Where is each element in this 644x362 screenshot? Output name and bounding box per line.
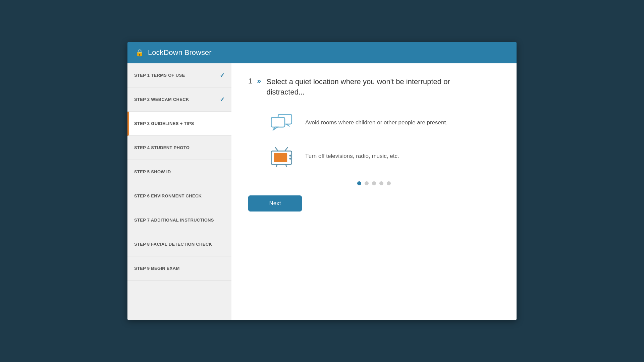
sidebar-item-label: STEP 3 GUIDELINES + TIPS [134,121,194,126]
tips-container: Avoid rooms where children or other peop… [268,111,500,168]
svg-marker-3 [273,127,277,130]
step-number: 1 [248,77,252,85]
checkmark-step1: ✓ [220,72,225,79]
svg-rect-2 [271,117,285,127]
tip-text-2: Turn off televisions, radio, music, etc. [305,153,399,160]
step-title: Select a quiet location where you won't … [267,77,485,98]
lockdown-icon: 🔒 [136,49,144,57]
svg-line-9 [285,147,288,151]
main-content: 1 » Select a quiet location where you wo… [231,63,517,320]
sidebar-item-step7[interactable]: STEP 7 ADDITIONAL INSTRUCTIONS [127,208,231,232]
sidebar-item-label: STEP 8 FACIAL DETECTION CHECK [134,242,212,247]
tip-text-1: Avoid rooms where children or other peop… [305,119,447,126]
sidebar-item-label: STEP 6 ENVIRONMENT CHECK [134,193,202,198]
app-title: LockDown Browser [148,48,212,57]
title-bar: 🔒 LockDown Browser [127,42,517,63]
tip-item-1: Avoid rooms where children or other peop… [268,111,500,134]
tip-item-2: Turn off televisions, radio, music, etc. [268,144,500,168]
step-header: 1 » Select a quiet location where you wo… [248,77,500,98]
sidebar-item-label: STEP 4 STUDENT PHOTO [134,145,190,150]
step-arrow-icon: » [257,77,261,85]
sidebar-item-step8[interactable]: STEP 8 FACIAL DETECTION CHECK [127,232,231,256]
svg-point-11 [289,158,291,159]
pagination-dots [248,181,500,185]
sidebar-item-step4[interactable]: STEP 4 STUDENT PHOTO [127,136,231,160]
app-body: STEP 1 TERMS OF USE ✓ STEP 2 WEBCAM CHEC… [127,63,517,320]
sidebar-item-step6[interactable]: STEP 6 ENVIRONMENT CHECK [127,184,231,208]
svg-point-10 [289,155,291,156]
checkmark-step2: ✓ [220,96,225,103]
svg-rect-5 [274,153,287,162]
sidebar-item-step1[interactable]: STEP 1 TERMS OF USE ✓ [127,63,231,87]
svg-marker-1 [285,124,290,127]
sidebar-item-step5[interactable]: STEP 5 SHOW ID [127,160,231,184]
dot-3[interactable] [372,181,376,185]
sidebar-item-label: STEP 7 ADDITIONAL INSTRUCTIONS [134,218,214,223]
sidebar-item-label: STEP 1 TERMS OF USE [134,73,185,78]
svg-line-8 [275,147,278,151]
sidebar-item-label: STEP 9 BEGIN EXAM [134,266,180,271]
chat-bubbles-icon [268,111,295,134]
next-button[interactable]: Next [248,195,302,212]
sidebar-item-label: STEP 5 SHOW ID [134,169,171,174]
sidebar-item-label: STEP 2 WEBCAM CHECK [134,97,189,102]
dot-5[interactable] [387,181,391,185]
app-window: 🔒 LockDown Browser STEP 1 TERMS OF USE ✓… [127,42,517,320]
dot-4[interactable] [379,181,383,185]
sidebar-item-step9[interactable]: STEP 9 BEGIN EXAM [127,256,231,281]
sidebar-item-step3[interactable]: STEP 3 GUIDELINES + TIPS [127,112,231,136]
dot-2[interactable] [365,181,369,185]
sidebar: STEP 1 TERMS OF USE ✓ STEP 2 WEBCAM CHEC… [127,63,231,320]
sidebar-item-step2[interactable]: STEP 2 WEBCAM CHECK ✓ [127,87,231,112]
dot-1[interactable] [357,181,361,185]
tv-icon [268,144,295,168]
